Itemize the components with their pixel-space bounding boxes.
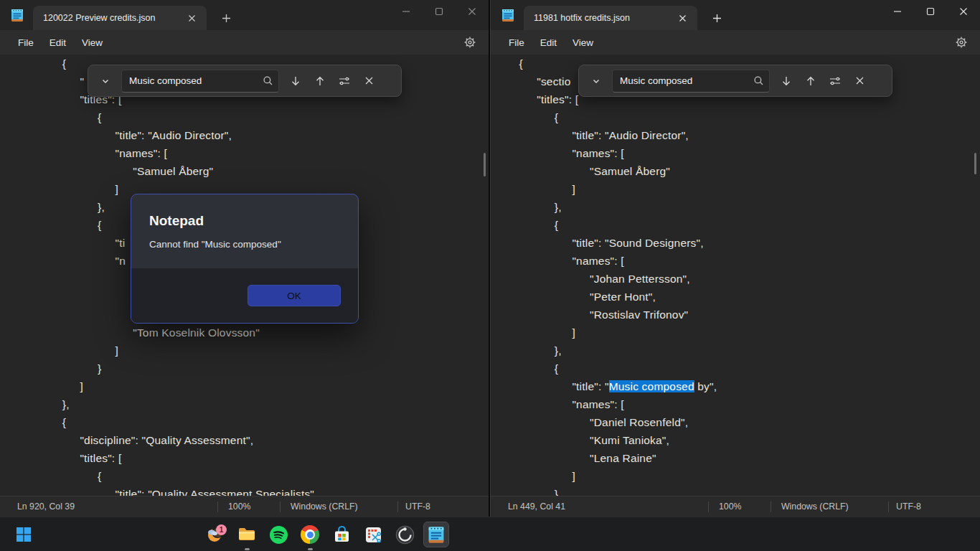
search-icon[interactable] (753, 75, 764, 86)
menu-edit[interactable]: Edit (532, 34, 565, 52)
code-line: "Rostislav Trifonov" (491, 306, 980, 324)
editor-right[interactable]: {"sectio"titles": [{"title": "Audio Dire… (491, 55, 980, 496)
code-line: { (0, 467, 489, 485)
find-bar-right (578, 65, 892, 97)
minimize-icon[interactable] (881, 0, 914, 23)
notepad-app-icon (501, 8, 515, 22)
code-line: }, (491, 198, 980, 216)
titlebar-right: 11981 hotfix credits.json (491, 0, 980, 30)
cursor-position: Ln 920, Col 39 (17, 501, 75, 512)
code-line: ] (0, 342, 489, 359)
tab-title: 11981 hotfix credits.json (534, 13, 674, 23)
code-line: ] (491, 467, 980, 485)
code-line: }, (491, 342, 980, 359)
obs-icon[interactable] (392, 522, 418, 547)
find-previous-icon[interactable] (308, 70, 332, 93)
find-options-icon[interactable] (332, 70, 357, 93)
zoom-level: 100% (228, 501, 250, 512)
encoding: UTF-8 (896, 501, 921, 512)
menu-view[interactable]: View (565, 34, 601, 52)
menubar-right: File Edit View (491, 30, 980, 55)
scrollbar-thumb[interactable] (974, 153, 976, 174)
ok-button[interactable]: OK (248, 285, 341, 306)
menubar-left: File Edit View (0, 30, 489, 55)
weather-widget-icon[interactable]: 1 (202, 522, 228, 547)
close-icon[interactable] (947, 0, 980, 23)
code-line: "title": "Sound Designers", (491, 234, 980, 252)
code-line: "discipline": "Quality Assessment", (0, 431, 489, 449)
code-line: ] (491, 180, 980, 198)
tab-title: 120022 Preview credits.json (43, 13, 184, 23)
menu-file[interactable]: File (501, 34, 532, 52)
find-previous-icon[interactable] (798, 70, 823, 93)
code-line: "Kumi Tanioka", (491, 431, 980, 449)
tab-right[interactable]: 11981 hotfix credits.json (524, 6, 697, 30)
menu-edit[interactable]: Edit (42, 34, 74, 52)
notepad-taskbar-icon[interactable] (423, 522, 449, 547)
code-line: { (491, 359, 980, 377)
code-line: "Daniel Rosenfeld", (491, 413, 980, 431)
code-line: ] (0, 377, 489, 395)
start-button[interactable] (11, 522, 37, 547)
tab-left[interactable]: 120022 Preview credits.json (33, 6, 207, 30)
find-next-icon[interactable] (774, 70, 798, 93)
new-tab-button[interactable] (215, 7, 237, 29)
find-close-icon[interactable] (357, 70, 381, 93)
search-match-highlight: Music composed (609, 380, 694, 392)
microsoft-store-icon[interactable] (329, 522, 354, 547)
maximize-icon[interactable] (423, 0, 456, 23)
menu-view[interactable]: View (74, 34, 110, 52)
line-ending: Windows (CRLF) (291, 501, 358, 512)
tab-close-icon[interactable] (184, 10, 199, 26)
tab-close-icon[interactable] (674, 10, 690, 26)
find-next-icon[interactable] (283, 70, 308, 93)
minimize-icon[interactable] (390, 0, 423, 23)
code-line: "title": "Music composed by", (491, 377, 980, 395)
find-query-input[interactable] (612, 70, 770, 93)
settings-gear-icon[interactable] (463, 35, 479, 51)
code-line: "Samuel Åberg" (0, 162, 489, 180)
settings-gear-icon[interactable] (954, 35, 970, 51)
code-line: "names": [ (491, 395, 980, 413)
maximize-icon[interactable] (914, 0, 947, 23)
code-line: "title": "Quality Assessment Specialists… (0, 485, 489, 496)
cannot-find-dialog: Notepad Cannot find "Music composed" OK (131, 194, 359, 324)
running-indicator (308, 548, 313, 550)
close-icon[interactable] (456, 0, 489, 23)
encoding: UTF-8 (405, 501, 430, 512)
code-line: "titles": [ (0, 449, 489, 467)
taskbar: Search 1 (0, 517, 980, 551)
code-line: } (0, 359, 489, 377)
zoom-level: 100% (719, 501, 741, 512)
spotify-icon[interactable] (265, 522, 291, 547)
find-close-icon[interactable] (847, 70, 872, 93)
code-line: "Johan Pettersson", (491, 270, 980, 288)
statusbar-left: Ln 920, Col 39 100% Windows (CRLF) UTF-8 (0, 496, 489, 517)
titlebar-left: 120022 Preview credits.json (0, 0, 489, 30)
code-line: { (0, 108, 489, 126)
file-explorer-icon[interactable] (234, 522, 260, 547)
new-tab-button[interactable] (706, 7, 727, 29)
find-query-input[interactable] (121, 70, 279, 93)
code-line: ] (491, 324, 980, 342)
code-line: "Lena Raine" (491, 449, 980, 467)
snipping-tool-icon[interactable] (360, 522, 386, 547)
code-line: "names": [ (491, 144, 980, 162)
chrome-icon[interactable] (297, 522, 323, 547)
menu-file[interactable]: File (10, 34, 42, 52)
code-line: "names": [ (491, 252, 980, 270)
code-line: "Peter Hont", (491, 288, 980, 306)
scrollbar-thumb[interactable] (484, 153, 486, 176)
find-options-icon[interactable] (823, 70, 847, 93)
search-icon[interactable] (263, 75, 273, 86)
code-line: "Tom Koselnik Olovsson" (0, 324, 489, 342)
code-line: }, (0, 395, 489, 413)
dialog-footer: OK (131, 268, 358, 323)
cursor-position: Ln 449, Col 41 (508, 501, 565, 512)
code-line: "names": [ (0, 144, 489, 162)
notification-badge: 1 (216, 524, 227, 535)
chevron-down-icon[interactable] (585, 70, 608, 93)
code-line: "title": "Audio Director", (491, 126, 980, 144)
dialog-title: Notepad (149, 213, 358, 229)
chevron-down-icon[interactable] (94, 70, 117, 93)
